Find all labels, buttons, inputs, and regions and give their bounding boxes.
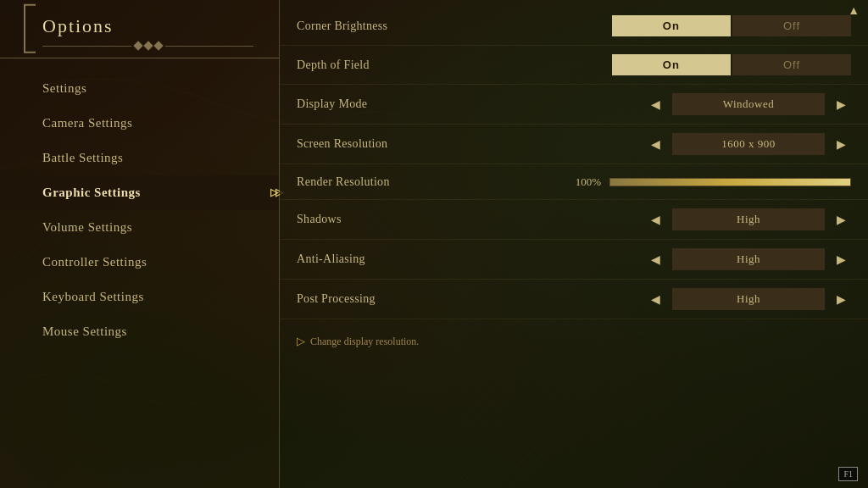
hint-arrow-icon: ▷ <box>297 335 305 348</box>
shadows-label: Shadows <box>297 213 517 226</box>
post-processing-control: ◀ High ▶ <box>517 288 851 310</box>
screen-resolution-value: 1600 x 900 <box>672 133 825 155</box>
post-processing-row: Post Processing ◀ High ▶ <box>280 280 868 319</box>
depth-of-field-row: Depth of Field On Off <box>280 46 868 85</box>
f1-badge: F1 <box>838 467 858 481</box>
display-mode-next-button[interactable]: ▶ <box>832 96 851 113</box>
left-panel: Options Settings Camera Settings Battle … <box>0 0 280 488</box>
title-area: Options <box>0 0 279 58</box>
sidebar-label-volume: Volume Settings <box>42 220 132 235</box>
title-divider <box>42 42 253 49</box>
screen-resolution-prev-button[interactable]: ◀ <box>646 136 665 152</box>
display-mode-prev-button[interactable]: ◀ <box>646 96 665 113</box>
anti-aliasing-row: Anti-Aliasing ◀ High ▶ <box>280 240 868 280</box>
post-processing-value: High <box>672 288 825 310</box>
sidebar-item-battle[interactable]: Battle Settings <box>0 141 279 175</box>
depth-of-field-label: Depth of Field <box>297 58 517 72</box>
depth-of-field-control: On Off <box>517 54 851 75</box>
anti-aliasing-next-button[interactable]: ▶ <box>832 251 851 268</box>
sidebar-item-mouse[interactable]: Mouse Settings <box>0 314 279 349</box>
screen-resolution-row: Screen Resolution ◀ 1600 x 900 ▶ <box>280 125 868 164</box>
divider-line-left <box>42 46 131 47</box>
divider-diamond-2 <box>143 41 153 50</box>
hint-area: ▷ Change display resolution. <box>280 326 868 357</box>
post-processing-next-button[interactable]: ▶ <box>832 291 851 308</box>
corner-brightness-label: Corner Brightness <box>297 19 517 33</box>
corner-brightness-control: On Off <box>517 15 851 36</box>
render-resolution-control: 100% <box>517 175 851 189</box>
hint-text: Change display resolution. <box>310 336 419 348</box>
sidebar-item-volume[interactable]: Volume Settings <box>0 210 279 245</box>
sidebar-label-controller: Controller Settings <box>42 255 147 269</box>
sidebar-label-battle: Battle Settings <box>42 151 123 165</box>
shadows-prev-button[interactable]: ◀ <box>646 211 665 228</box>
anti-aliasing-value: High <box>672 248 825 270</box>
sidebar-item-controller[interactable]: Controller Settings <box>0 245 279 280</box>
display-mode-label: Display Mode <box>297 97 517 111</box>
sidebar-item-graphic[interactable]: Graphic Settings <box>0 175 279 210</box>
anti-aliasing-label: Anti-Aliasing <box>297 252 517 266</box>
sidebar-label-camera: Camera Settings <box>42 116 132 130</box>
page-title: Options <box>42 15 253 37</box>
screen-resolution-label: Screen Resolution <box>297 137 517 151</box>
display-mode-selector: ◀ Windowed ▶ <box>646 93 851 115</box>
depth-of-field-off-button[interactable]: Off <box>732 54 851 75</box>
anti-aliasing-control: ◀ High ▶ <box>517 248 851 270</box>
sidebar-label-settings: Settings <box>42 81 86 96</box>
post-processing-prev-button[interactable]: ◀ <box>646 291 665 308</box>
nav-menu: Settings Camera Settings Battle Settings… <box>0 58 279 362</box>
settings-list: Corner Brightness On Off Depth of Field … <box>280 0 868 326</box>
render-resolution-slider-container: 100% <box>517 175 851 189</box>
corner-brightness-on-button[interactable]: On <box>612 15 731 36</box>
screen-resolution-selector: ◀ 1600 x 900 ▶ <box>646 133 851 155</box>
corner-brightness-off-button[interactable]: Off <box>732 15 851 36</box>
screen-resolution-next-button[interactable]: ▶ <box>832 136 851 152</box>
sidebar-label-mouse: Mouse Settings <box>42 324 127 339</box>
shadows-next-button[interactable]: ▶ <box>832 211 851 228</box>
shadows-row: Shadows ◀ High ▶ <box>280 200 868 240</box>
divider-diamond-3 <box>153 41 163 50</box>
anti-aliasing-selector: ◀ High ▶ <box>646 248 851 270</box>
shadows-value: High <box>672 208 825 230</box>
sidebar-label-graphic: Graphic Settings <box>42 186 141 200</box>
display-mode-row: Display Mode ◀ Windowed ▶ <box>280 85 868 125</box>
sidebar-item-settings[interactable]: Settings <box>0 71 279 106</box>
render-resolution-track[interactable] <box>609 178 851 186</box>
shadows-selector: ◀ High ▶ <box>646 208 851 230</box>
sidebar-item-camera[interactable]: Camera Settings <box>0 106 279 141</box>
corner-brightness-toggle: On Off <box>612 15 851 36</box>
display-mode-control: ◀ Windowed ▶ <box>517 93 851 115</box>
depth-of-field-on-button[interactable]: On <box>612 54 731 75</box>
render-resolution-row: Render Resolution 100% <box>280 164 868 200</box>
screen-resolution-control: ◀ 1600 x 900 ▶ <box>517 133 851 155</box>
right-panel: ▲ Corner Brightness On Off Depth of Fiel… <box>280 0 868 488</box>
render-resolution-percent: 100% <box>563 175 601 189</box>
render-resolution-label: Render Resolution <box>297 175 517 189</box>
post-processing-selector: ◀ High ▶ <box>646 288 851 310</box>
sidebar-label-keyboard: Keyboard Settings <box>42 290 144 304</box>
depth-of-field-toggle: On Off <box>612 54 851 75</box>
corner-brightness-row: Corner Brightness On Off <box>280 7 868 46</box>
sidebar-item-keyboard[interactable]: Keyboard Settings <box>0 280 279 314</box>
anti-aliasing-prev-button[interactable]: ◀ <box>646 251 665 268</box>
divider-line-right <box>165 46 254 47</box>
shadows-control: ◀ High ▶ <box>517 208 851 230</box>
divider-diamond <box>133 41 142 50</box>
post-processing-label: Post Processing <box>297 292 517 306</box>
render-resolution-fill <box>610 179 850 186</box>
display-mode-value: Windowed <box>672 93 825 115</box>
